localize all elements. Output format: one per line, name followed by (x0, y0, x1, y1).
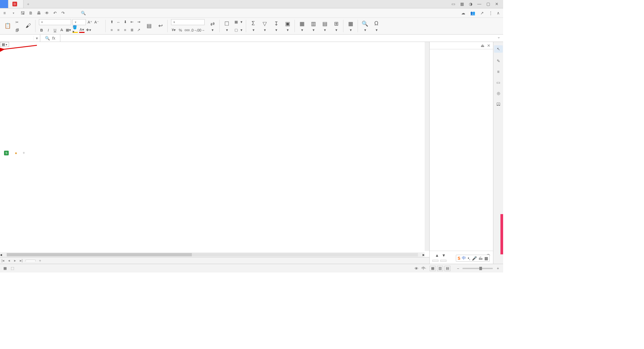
strike-icon[interactable]: A̶ (59, 28, 64, 33)
horizontal-scrollbar[interactable]: ◂ ▸ (0, 252, 425, 257)
tab-first-icon[interactable]: |◂ (0, 258, 6, 263)
underline-icon[interactable]: U (52, 28, 58, 33)
font-color-icon[interactable]: A▾ (79, 28, 85, 33)
hide-all-button[interactable] (440, 260, 446, 262)
paste-group[interactable]: 📋 (2, 18, 13, 34)
size-combo[interactable]: ▾ (72, 19, 86, 25)
fx-icon[interactable]: fx (52, 36, 55, 41)
cell-style-button[interactable]: ▢ ▾ (234, 28, 243, 32)
tab-prev-icon[interactable]: ◂ (6, 258, 12, 263)
zoom-slider[interactable] (463, 268, 493, 269)
panel-pin-icon[interactable]: ⏏ (481, 43, 484, 48)
panel-close-icon[interactable]: ✕ (487, 43, 490, 48)
view-page-icon[interactable]: ▥ (437, 266, 443, 271)
fill-color-icon[interactable]: 🪣▾ (72, 28, 78, 33)
cut-button[interactable]: ✂ (15, 20, 20, 24)
tab-templates[interactable]: D (8, 0, 23, 8)
select-tool-icon[interactable]: ↖ (494, 45, 503, 53)
merge-button[interactable]: ▤ (143, 18, 155, 34)
cloud-status[interactable]: ☁ (461, 11, 466, 15)
new-tab-button[interactable]: ＋ (23, 0, 33, 8)
add-sheet-button[interactable]: ＋ (36, 258, 45, 263)
inc-dec-icon[interactable]: .0→ (191, 28, 197, 33)
close-window-button[interactable]: ✕ (494, 1, 500, 7)
spreadsheet-grid[interactable]: ▦▾ ◂ ▸ (0, 42, 429, 257)
align-left-icon[interactable]: ≡ (109, 27, 114, 33)
wrap-button[interactable]: ↩ (155, 18, 166, 34)
style-tool-icon[interactable]: ✎ (497, 59, 500, 63)
command-search[interactable]: 🔍 (81, 11, 87, 15)
rows-cols-button[interactable]: ▥▾ (308, 18, 319, 34)
name-box-dd-icon[interactable]: ▾ (34, 36, 40, 41)
tab-next-icon[interactable]: ▸ (12, 258, 18, 263)
maximize-button[interactable]: ▢ (485, 1, 491, 7)
coop-button[interactable]: 👥 (470, 11, 476, 15)
table-style-button[interactable]: ▦ ▾ (234, 20, 243, 24)
freeze-button[interactable]: ⊞▾ (330, 18, 342, 34)
autofill-options-button[interactable]: ▦▾ (0, 42, 9, 47)
fill-button[interactable]: ▣▾ (282, 18, 293, 34)
indent-dec-icon[interactable]: ⇤ (129, 19, 135, 25)
hscroll-left-icon[interactable]: ◂ (0, 252, 2, 257)
align-just-icon[interactable]: ≣ (129, 27, 135, 33)
ch-icon[interactable]: 中· (422, 266, 426, 271)
layout-icon[interactable]: ▭ (450, 1, 456, 7)
worksheet-button[interactable]: ▤▾ (319, 18, 330, 34)
align-top-icon[interactable]: ⬆ (109, 19, 114, 25)
comma-icon[interactable]: 000 (184, 28, 190, 33)
grow-font-icon[interactable]: A⁺ (87, 19, 93, 25)
save-icon[interactable]: 🖫 (20, 10, 26, 16)
settings-tool-icon[interactable]: ≡ (497, 69, 499, 74)
redo-icon[interactable]: ↷ (60, 10, 66, 16)
percent-icon[interactable]: % (178, 28, 183, 33)
name-box[interactable]: ▾ (0, 35, 40, 42)
table-tool-button[interactable]: ▦▾ (345, 18, 356, 34)
tab-home[interactable] (0, 0, 8, 8)
share-button[interactable]: ↗ (480, 11, 485, 15)
phonetic-icon[interactable]: ❖▾ (86, 28, 91, 33)
number-format-combo[interactable]: ▾ (171, 19, 205, 25)
sort-button[interactable]: ↧▾ (270, 18, 282, 34)
align-right-icon[interactable]: ≡ (122, 27, 128, 33)
formula-input[interactable] (60, 35, 494, 42)
saveas-icon[interactable]: 🗎 (28, 10, 34, 16)
formula-expand-icon[interactable]: ⌄ (494, 35, 503, 42)
file-menu[interactable]: ▾ (11, 11, 14, 15)
font-combo[interactable]: ▾ (39, 19, 71, 25)
hscroll-right-icon[interactable]: ▸ (423, 252, 425, 257)
zoom-out-icon[interactable]: − (457, 266, 459, 270)
backup-tool-icon[interactable]: 🕮 (496, 102, 500, 106)
zoom-in-icon[interactable]: ＋ (496, 266, 500, 271)
tab-last-icon[interactable]: ▸| (18, 258, 24, 263)
symbol-button[interactable]: Ω▾ (371, 18, 382, 34)
align-bot-icon[interactable]: ⬇ (122, 19, 128, 25)
name-box-input[interactable] (0, 36, 34, 41)
italic-icon[interactable]: I (46, 28, 51, 33)
bold-icon[interactable]: B (39, 28, 44, 33)
bring-forward-icon[interactable]: ▲ (435, 253, 439, 258)
view-break-icon[interactable]: ▤ (444, 266, 450, 271)
currency-icon[interactable]: ¥▾ (171, 28, 176, 33)
format-painter-button[interactable]: 🖌 (22, 18, 34, 34)
show-all-button[interactable] (432, 260, 438, 262)
find-button[interactable]: 🔍▾ (359, 18, 371, 34)
indent-inc-icon[interactable]: ⇥ (136, 19, 141, 25)
border-icon[interactable]: ▦▾ (66, 28, 71, 33)
skin-icon[interactable]: ◑ (468, 1, 474, 7)
status-check-icon[interactable]: ⬚ (11, 266, 14, 270)
preview-icon[interactable]: 👁 (44, 10, 50, 16)
filter-button[interactable]: ▽▾ (259, 18, 270, 34)
status-mode-icon[interactable]: ▦ (3, 266, 7, 270)
location-tool-icon[interactable]: ◎ (497, 91, 500, 96)
apps-icon[interactable]: ▦ (459, 1, 465, 7)
sheet-tab[interactable] (25, 260, 36, 261)
menu-icon[interactable]: ≡ (3, 11, 8, 15)
cells-button[interactable]: ▦▾ (296, 18, 308, 34)
fx-find-icon[interactable]: 🔍 (45, 36, 50, 41)
sum-button[interactable]: Σ▾ (248, 18, 259, 34)
more-menu-icon[interactable]: ⋮ (489, 11, 493, 15)
print-icon[interactable]: 🖶 (36, 10, 42, 16)
cond-format-button[interactable]: ☐▾ (221, 18, 232, 34)
chevron-icon[interactable]: ∧ (497, 11, 500, 15)
align-mid-icon[interactable]: ↔ (116, 19, 121, 25)
